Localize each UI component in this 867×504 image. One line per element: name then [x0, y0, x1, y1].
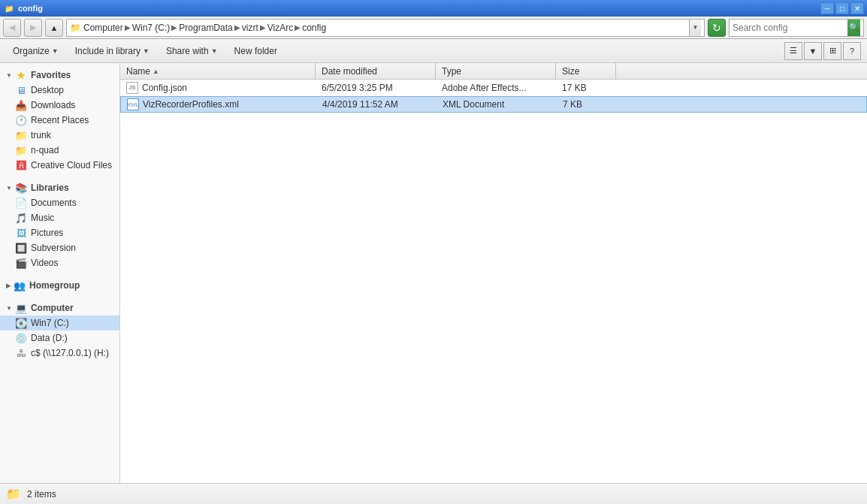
include-library-button[interactable]: Include in library ▼: [68, 41, 156, 61]
col-name-sort-icon: ▲: [153, 68, 159, 75]
col-size-label: Size: [562, 66, 579, 77]
status-bar: 📁 2 items: [0, 483, 867, 504]
sidebar-item-documents[interactable]: 📄 Documents: [0, 195, 119, 210]
restore-button[interactable]: □: [835, 2, 849, 14]
breadcrumb-vizarc[interactable]: VizArc: [267, 23, 293, 33]
view-controls: ☰ ▼ ⊞ ?: [784, 42, 861, 60]
sidebar-item-trunk[interactable]: 📁 trunk: [0, 128, 119, 143]
forward-button[interactable]: ▶: [24, 19, 42, 37]
breadcrumb: Computer ▶ Win7 (C:) ▶ ProgramData ▶ viz…: [83, 23, 689, 33]
creative-cloud-label: Creative Cloud Files: [31, 160, 112, 171]
file-list-header: Name ▲ Date modified Type Size: [120, 63, 867, 80]
file-size-cell: 7 KB: [557, 99, 617, 110]
sidebar-section-computer[interactable]: ▼ 💻 Computer: [0, 299, 119, 315]
refresh-button[interactable]: ↻: [708, 19, 726, 37]
network-label: c$ (\\127.0.0.1) (H:): [31, 348, 109, 358]
up-button[interactable]: ▲: [45, 19, 63, 37]
homegroup-label: Homegroup: [29, 280, 80, 291]
breadcrumb-sep-1: ▶: [125, 23, 131, 32]
breadcrumb-programdata[interactable]: ProgramData: [179, 23, 232, 33]
address-bar-container: 📁 Computer ▶ Win7 (C:) ▶ ProgramData ▶ v…: [66, 19, 705, 37]
table-row[interactable]: JS Config.json 6/5/2019 3:25 PM Adobe Af…: [120, 80, 867, 96]
file-type-cell: Adobe After Effects...: [436, 83, 556, 93]
xml-file-icon: XML: [127, 98, 139, 110]
minimize-button[interactable]: ─: [820, 2, 834, 14]
sidebar-item-videos[interactable]: 🎬 Videos: [0, 255, 119, 270]
breadcrumb-sep-4: ▶: [260, 23, 266, 32]
organize-button[interactable]: Organize ▼: [6, 41, 65, 61]
pictures-icon: 🖼: [15, 227, 27, 239]
sidebar-item-network-drive[interactable]: 🖧 c$ (\\127.0.0.1) (H:): [0, 346, 119, 361]
address-dropdown-button[interactable]: ▼: [689, 19, 701, 37]
sidebar-item-subversion[interactable]: 🔲 Subversion: [0, 240, 119, 255]
subversion-label: Subversion: [31, 243, 76, 253]
breadcrumb-vizrt[interactable]: vizrt: [242, 23, 258, 33]
close-button[interactable]: ✕: [850, 2, 864, 14]
downloads-label: Downloads: [31, 100, 75, 110]
sidebar-item-nquad[interactable]: 📁 n-quad: [0, 143, 119, 158]
search-button[interactable]: 🔍: [847, 20, 860, 36]
file-name-cell: JS Config.json: [120, 82, 316, 94]
sidebar-item-recent-places[interactable]: 🕐 Recent Places: [0, 113, 119, 128]
toolbar: Organize ▼ Include in library ▼ Share wi…: [0, 39, 867, 63]
computer-triangle-icon: ▼: [6, 305, 12, 312]
file-date: 6/5/2019 3:25 PM: [322, 83, 393, 93]
status-folder-icon: 📁: [6, 487, 21, 501]
sidebar-item-creative-cloud[interactable]: 🅰 Creative Cloud Files: [0, 158, 119, 173]
breadcrumb-computer[interactable]: Computer: [83, 23, 123, 33]
view-details-button[interactable]: ☰: [784, 42, 802, 60]
column-header-date[interactable]: Date modified: [316, 63, 436, 80]
address-folder-icon: 📁: [70, 23, 81, 33]
column-header-name[interactable]: Name ▲: [120, 63, 316, 80]
data-d-label: Data (D:): [31, 333, 68, 343]
column-header-type[interactable]: Type: [436, 63, 556, 80]
network-drive-icon: 🖧: [15, 347, 27, 359]
sidebar: ▼ ★ Favorites 🖥 Desktop 📥 Downloads 🕐 Re…: [0, 63, 120, 483]
help-button[interactable]: ?: [843, 42, 861, 60]
sidebar-item-data-d[interactable]: 💿 Data (D:): [0, 330, 119, 346]
view-preview-button[interactable]: ⊞: [823, 42, 841, 60]
subversion-icon: 🔲: [15, 242, 27, 254]
trunk-label: trunk: [31, 130, 51, 140]
share-label: Share with: [166, 46, 209, 56]
sidebar-item-win7[interactable]: 💽 Win7 (C:): [0, 315, 119, 330]
title-bar-icon: 📁: [3, 2, 15, 14]
libraries-icon: 📚: [15, 182, 27, 194]
sidebar-item-downloads[interactable]: 📥 Downloads: [0, 98, 119, 113]
share-with-button[interactable]: Share with ▼: [159, 41, 225, 61]
status-item-count: 2 items: [27, 489, 56, 499]
sidebar-section-libraries[interactable]: ▼ 📚 Libraries: [0, 179, 119, 195]
file-type-cell: XML Document: [437, 99, 557, 110]
computer-label: Computer: [31, 303, 74, 313]
breadcrumb-config[interactable]: config: [302, 23, 326, 33]
back-button[interactable]: ◀: [3, 19, 21, 37]
file-size-cell: 17 KB: [556, 83, 616, 93]
breadcrumb-win7[interactable]: Win7 (C:): [132, 23, 171, 33]
view-dropdown-button[interactable]: ▼: [804, 42, 822, 60]
favorites-star-icon: ★: [15, 69, 27, 81]
breadcrumb-sep-2: ▶: [171, 23, 177, 32]
search-input[interactable]: [733, 23, 845, 33]
new-folder-button[interactable]: New folder: [228, 41, 284, 61]
libraries-label: Libraries: [31, 183, 69, 193]
sidebar-item-pictures[interactable]: 🖼 Pictures: [0, 225, 119, 240]
address-bar: ◀ ▶ ▲ 📁 Computer ▶ Win7 (C:) ▶ ProgramDa…: [0, 17, 867, 39]
file-list-body: JS Config.json 6/5/2019 3:25 PM Adobe Af…: [120, 80, 867, 483]
libraries-triangle-icon: ▼: [6, 185, 12, 192]
file-name: VizRecorderProfiles.xml: [143, 99, 239, 110]
column-header-size[interactable]: Size: [556, 63, 616, 80]
computer-icon: 💻: [15, 302, 27, 314]
breadcrumb-sep-5: ▶: [295, 23, 301, 32]
sidebar-section-homegroup[interactable]: ▶ 👥 Homegroup: [0, 276, 119, 293]
breadcrumb-sep-3: ▶: [234, 23, 240, 32]
sidebar-item-desktop[interactable]: 🖥 Desktop: [0, 83, 119, 98]
sidebar-item-music[interactable]: 🎵 Music: [0, 210, 119, 225]
sidebar-section-favorites[interactable]: ▼ ★ Favorites: [0, 66, 119, 83]
organize-label: Organize: [13, 46, 50, 56]
table-row[interactable]: XML VizRecorderProfiles.xml 4/4/2019 11:…: [120, 96, 867, 113]
recent-places-label: Recent Places: [31, 115, 89, 125]
title-bar: 📁 config ─ □ ✕: [0, 0, 867, 17]
new-folder-label: New folder: [234, 46, 277, 56]
file-area: Name ▲ Date modified Type Size JS C: [120, 63, 867, 483]
nquad-label: n-quad: [31, 145, 59, 155]
